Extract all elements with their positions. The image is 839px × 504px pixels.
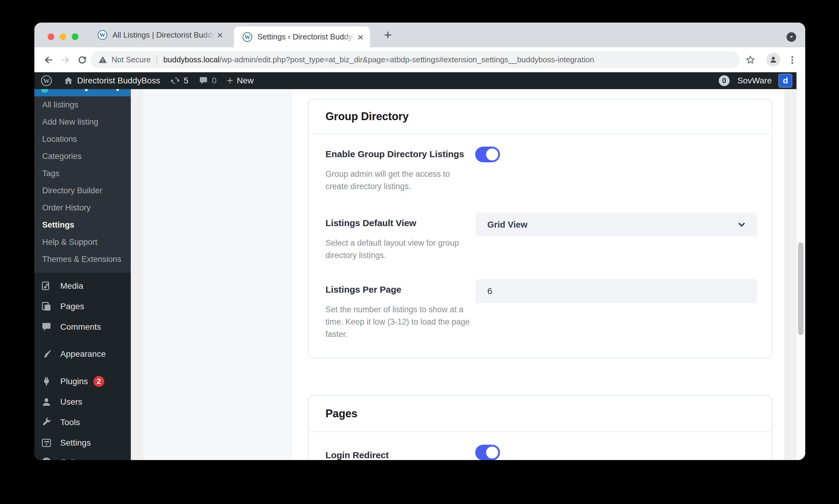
new-content-menu[interactable]: + New	[227, 74, 254, 87]
sidebar-item-users[interactable]: Users	[34, 392, 131, 412]
new-tab-button[interactable]: +	[380, 27, 396, 43]
setting-row-enable-group-directory: Enable Group Directory Listings Group ad…	[325, 147, 757, 193]
scrollbar-thumb[interactable]	[798, 242, 803, 335]
toggle-knob	[486, 447, 498, 458]
new-label: New	[237, 76, 254, 86]
setting-description: Group admin will get the access to creat…	[325, 168, 471, 193]
setting-description: Set the number of listings to show at a …	[325, 304, 471, 341]
plus-icon: +	[227, 74, 233, 87]
sidebar-item-label: Media	[60, 281, 83, 291]
setting-label: Listings Per Page	[325, 279, 471, 296]
group-directory-card: Group Directory Enable Group Directory L…	[308, 99, 772, 359]
updates-icon	[170, 76, 180, 86]
sidebar-item-pages[interactable]: Pages	[34, 296, 131, 317]
wordpress-icon: W	[242, 32, 253, 42]
settings-content: Group Directory Enable Group Directory L…	[292, 89, 785, 460]
browser-menu-icon[interactable]	[787, 55, 798, 65]
sidebar-item-collapse-menu[interactable]: Collapse menu	[34, 453, 131, 460]
sidebar-item-order-history[interactable]: Order History	[34, 199, 131, 216]
comments-icon	[41, 322, 52, 332]
sidebar-item-comments[interactable]: Comments	[34, 317, 131, 337]
updates-menu[interactable]: 5	[170, 76, 188, 86]
login-redirect-toggle[interactable]	[475, 445, 500, 460]
setting-label: Listings Default View	[325, 213, 471, 229]
tools-wrench-icon	[41, 417, 52, 428]
sidebar-item-label: Plugins	[60, 377, 88, 386]
notification-count-badge[interactable]: 0	[719, 75, 730, 86]
update-count: 5	[184, 76, 188, 86]
svg-text:W: W	[245, 34, 251, 40]
sidebar-item-directory-builder[interactable]: Directory Builder	[34, 182, 131, 199]
tab-title: All Listings | Directorist BuddyB	[113, 31, 215, 40]
browser-toolbar: Not Secure buddyboss.local/wp-admin/edit…	[34, 47, 805, 72]
sidebar-item-locations[interactable]: Locations	[34, 131, 131, 148]
page-scrollbar[interactable]	[797, 89, 805, 460]
settings-nav-column	[143, 89, 292, 460]
close-icon[interactable]: ×	[357, 32, 363, 42]
chevron-down-icon	[789, 35, 794, 39]
comments-menu[interactable]: 0	[199, 76, 217, 86]
sidebar-item-plugins[interactable]: Plugins 2	[34, 371, 131, 392]
comment-bubble-icon	[199, 76, 208, 86]
toggle-knob	[486, 148, 498, 161]
wp-logo-menu[interactable]: W	[40, 75, 52, 87]
pages-icon	[41, 301, 52, 312]
enable-group-directory-toggle[interactable]	[475, 147, 500, 162]
sidebar-item-add-new-listing[interactable]: Add New listing	[34, 113, 131, 131]
bookmark-star-icon[interactable]	[745, 55, 755, 65]
setting-label: Login Redirect	[325, 445, 471, 460]
tab-all-listings[interactable]: W All Listings | Directorist BuddyB ×	[87, 22, 230, 47]
sidebar-item-themes-extensions[interactable]: Themes & Extensions	[34, 251, 131, 268]
security-label[interactable]: Not Secure	[112, 55, 151, 65]
tab-strip: W All Listings | Directorist BuddyB × W …	[34, 22, 805, 47]
directorist-submenu: All listings Add New listing Locations C…	[34, 96, 131, 273]
setting-row-listings-per-page: Listings Per Page Set the number of list…	[325, 279, 757, 341]
sidebar-item-help-support[interactable]: Help & Support	[34, 234, 131, 251]
sidebar-item-label: Tools	[60, 418, 80, 427]
sidebar-item-appearance[interactable]: Appearance	[34, 344, 131, 364]
browser-window: W All Listings | Directorist BuddyB × W …	[34, 22, 805, 460]
card-title: Group Directory	[325, 110, 409, 123]
svg-text:W: W	[100, 32, 105, 38]
sidebar-item-categories[interactable]: Categories	[34, 148, 131, 165]
sidebar-item-label: Pages	[60, 302, 84, 311]
setting-row-default-view: Listings Default View Select a default l…	[325, 213, 757, 262]
admin-background-strip	[131, 89, 143, 460]
traffic-light-minimize[interactable]	[60, 33, 66, 40]
wp-admin-bar: W Directorist BuddyBoss 5 0 + New 0 SovW…	[34, 72, 797, 89]
address-bar[interactable]: Not Secure buddyboss.local/wp-admin/edit…	[90, 51, 740, 68]
sidebar-item-directory-listings-active[interactable]	[34, 89, 131, 96]
setting-description: Select a default layout view for group d…	[325, 237, 471, 262]
sidebar-item-media[interactable]: Media	[34, 276, 131, 296]
reload-icon[interactable]	[77, 54, 88, 65]
tab-overflow-button[interactable]	[787, 32, 796, 42]
site-link[interactable]: Directorist BuddyBoss	[63, 76, 160, 86]
wordpress-icon: W	[97, 30, 107, 40]
traffic-light-close[interactable]	[48, 33, 54, 40]
traffic-light-zoom[interactable]	[72, 33, 78, 40]
not-secure-warning-icon	[98, 55, 107, 64]
collapse-icon	[41, 457, 52, 460]
tab-settings[interactable]: W Settings ‹ Directorist BuddyBos ×	[234, 26, 370, 47]
listings-per-page-input[interactable]	[475, 279, 757, 303]
admin-bar-row: W Directorist BuddyBoss 5 0 + New 0 SovW…	[34, 72, 805, 89]
sidebar-item-settings[interactable]: Settings	[34, 433, 131, 453]
account-avatar[interactable]: d	[778, 74, 792, 88]
pages-card: Pages Login Redirect	[308, 395, 772, 460]
sidebar-item-label: Settings	[60, 438, 91, 448]
sidebar-item-settings-current[interactable]: Settings	[34, 216, 131, 234]
sidebar-item-tools[interactable]: Tools	[34, 412, 131, 433]
main-area: All listings Add New listing Locations C…	[34, 89, 805, 460]
sidebar-item-tags[interactable]: Tags	[34, 165, 131, 182]
close-icon[interactable]: ×	[217, 30, 223, 40]
account-name[interactable]: SovWare	[737, 76, 772, 86]
browser-profile-avatar[interactable]	[766, 53, 780, 67]
sidebar-item-label: Comments	[60, 322, 101, 332]
default-view-select[interactable]: Grid View	[475, 213, 757, 237]
sidebar-item-label: Collapse menu	[60, 457, 117, 460]
sidebar-item-all-listings[interactable]: All listings	[34, 96, 131, 113]
card-header: Group Directory	[309, 100, 771, 134]
back-icon[interactable]	[43, 54, 54, 65]
wp-sidebar: All listings Add New listing Locations C…	[34, 89, 131, 460]
forward-icon[interactable]	[60, 54, 71, 65]
